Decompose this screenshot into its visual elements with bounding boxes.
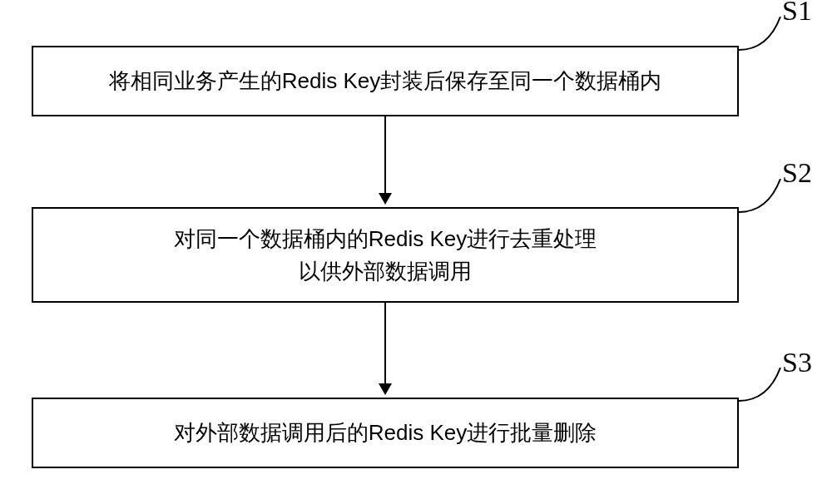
step-text-s3: 对外部数据调用后的Redis Key进行批量删除 — [174, 417, 597, 449]
arrow-s2-s3 — [384, 303, 386, 386]
step-text-s2-line1: 对同一个数据桶内的Redis Key进行去重处理 — [174, 223, 597, 255]
step-label-s2: S2 — [782, 157, 812, 189]
step-box-s1: 将相同业务产生的Redis Key封装后保存至同一个数据桶内 — [32, 46, 739, 116]
step-box-s2: 对同一个数据桶内的Redis Key进行去重处理 以供外部数据调用 — [32, 207, 739, 303]
arrow-head-s1-s2 — [379, 193, 392, 205]
arrow-s1-s2 — [384, 116, 386, 195]
step-text-s1: 将相同业务产生的Redis Key封装后保存至同一个数据桶内 — [109, 65, 662, 97]
step-label-s3: S3 — [782, 347, 812, 378]
flowchart-container: 将相同业务产生的Redis Key封装后保存至同一个数据桶内 S1 对同一个数据… — [0, 0, 832, 504]
step-text-s2-line2: 以供外部数据调用 — [299, 255, 472, 288]
step-label-s1: S1 — [782, 0, 812, 27]
step-box-s3: 对外部数据调用后的Redis Key进行批量删除 — [32, 398, 739, 468]
arrow-head-s2-s3 — [379, 383, 392, 395]
